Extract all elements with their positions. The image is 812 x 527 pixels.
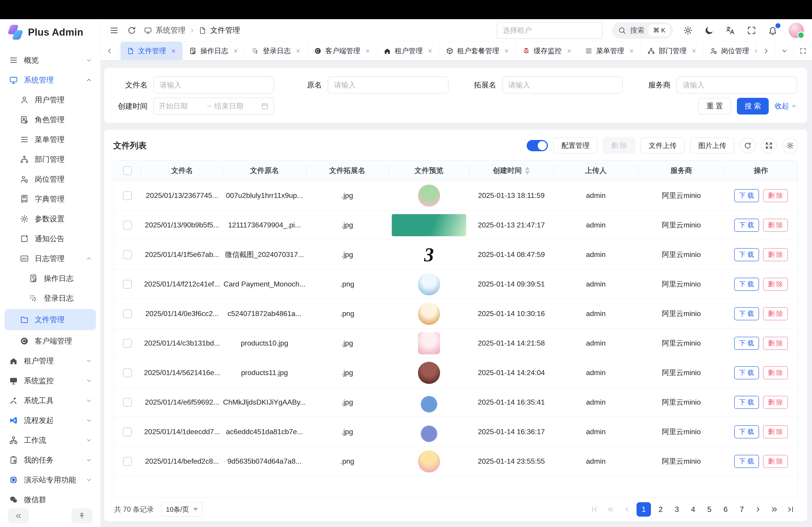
file-preview-thumbnail[interactable]	[418, 185, 440, 207]
search-button[interactable]: 搜 索	[737, 98, 769, 115]
page-button-1[interactable]: 1	[637, 502, 651, 517]
tab-1[interactable]: 操作日志	[183, 42, 245, 60]
breadcrumb-item[interactable]: 系统管理	[156, 25, 185, 35]
file-preview-thumbnail[interactable]	[415, 420, 443, 443]
sidebar-item-19[interactable]: 工作流	[0, 430, 100, 450]
tab-0[interactable]: 文件管理	[120, 42, 183, 60]
prev-page-button[interactable]	[620, 502, 633, 517]
sidebar-item-4[interactable]: 菜单管理	[0, 130, 100, 149]
row-checkbox[interactable]	[123, 368, 132, 377]
tab-8[interactable]: 部门管理	[641, 42, 704, 60]
page-button-5[interactable]: 5	[703, 502, 716, 517]
row-checkbox[interactable]	[123, 309, 132, 318]
download-button[interactable]: 下 载	[734, 425, 759, 438]
sidebar-item-6[interactable]: 岗位管理	[0, 169, 100, 189]
next-pages-button[interactable]	[768, 502, 781, 517]
row-checkbox[interactable]	[123, 398, 132, 407]
sidebar-item-0[interactable]: 概览	[0, 50, 100, 70]
sidebar-item-17[interactable]: 系统工具	[0, 391, 100, 410]
settings-button[interactable]	[683, 25, 693, 36]
file-preview-thumbnail[interactable]	[418, 362, 440, 384]
user-avatar[interactable]	[788, 23, 804, 38]
tenant-select-input[interactable]	[497, 22, 603, 39]
download-button[interactable]: 下 载	[734, 366, 759, 379]
column-settings-button[interactable]	[782, 138, 798, 153]
sidebar-item-2[interactable]: 用户管理	[0, 90, 100, 110]
sidebar-item-22[interactable]: 微信群	[0, 490, 100, 505]
collapse-filters-link[interactable]: 收起	[774, 101, 797, 111]
filter-input-2[interactable]	[502, 76, 623, 93]
tab-6[interactable]: 缓存监控	[516, 42, 579, 60]
next-page-button[interactable]	[752, 502, 765, 517]
row-checkbox[interactable]	[123, 339, 132, 348]
row-checkbox[interactable]	[123, 457, 132, 466]
sidebar-item-3[interactable]: 角色管理	[0, 110, 100, 130]
global-search-button[interactable]: 搜索 ⌘ K	[612, 22, 673, 39]
page-button-4[interactable]: 4	[686, 502, 700, 517]
config-manage-button[interactable]: 配置管理	[553, 137, 597, 154]
config-toggle-switch[interactable]	[527, 140, 548, 151]
download-button[interactable]: 下 载	[734, 189, 759, 202]
tab-2[interactable]: 登录日志	[245, 42, 308, 60]
tab-5[interactable]: 租户套餐管理	[440, 42, 516, 60]
date-range-input[interactable]: 开始日期 结束日期	[154, 97, 274, 115]
page-button-7[interactable]: 7	[735, 502, 749, 517]
filter-input-1[interactable]	[328, 76, 448, 93]
row-checkbox[interactable]	[123, 191, 132, 200]
tabs-scroll-right-button[interactable]	[756, 42, 775, 60]
sidebar-item-8[interactable]: 参数设置	[0, 209, 100, 229]
tab-3[interactable]: 客户端管理	[308, 42, 377, 60]
content-fullscreen-button[interactable]	[794, 42, 812, 60]
delete-button[interactable]: 删 除	[763, 337, 788, 350]
table-fullscreen-button[interactable]	[761, 138, 777, 153]
fullscreen-button[interactable]	[746, 25, 757, 36]
tabs-scroll-left-button[interactable]	[101, 42, 119, 60]
download-button[interactable]: 下 载	[734, 307, 759, 320]
file-upload-button[interactable]: 文件上传	[641, 137, 685, 154]
refresh-table-button[interactable]	[740, 138, 756, 153]
tabs-menu-button[interactable]	[775, 42, 794, 60]
language-button[interactable]	[725, 25, 736, 36]
sidebar-item-14[interactable]: 客户端管理	[0, 331, 100, 351]
sidebar-item-13[interactable]: 文件管理	[4, 309, 96, 330]
page-button-2[interactable]: 2	[654, 502, 667, 517]
filter-input-0[interactable]	[154, 76, 274, 93]
first-page-button[interactable]	[588, 502, 601, 517]
sidebar-item-18[interactable]: 流程发起	[0, 410, 100, 430]
tab-9[interactable]: 岗位管理	[704, 42, 756, 60]
delete-button[interactable]: 删 除	[763, 219, 788, 232]
page-size-select[interactable]: 10条/页	[161, 502, 203, 517]
sidebar-item-15[interactable]: 租户管理	[0, 351, 100, 371]
download-button[interactable]: 下 载	[734, 337, 759, 350]
delete-button[interactable]: 删 除	[763, 366, 788, 379]
filter-input-3[interactable]	[677, 76, 797, 93]
download-button[interactable]: 下 载	[734, 278, 759, 291]
file-preview-thumbnail[interactable]	[418, 303, 440, 325]
download-button[interactable]: 下 载	[734, 219, 759, 232]
reset-button[interactable]: 重 置	[698, 98, 731, 115]
file-preview-thumbnail[interactable]	[415, 391, 443, 414]
sidebar-item-21[interactable]: 演示站专用功能	[0, 470, 100, 490]
sidebar-item-10[interactable]: DEV日志管理	[0, 249, 100, 269]
download-button[interactable]: 下 载	[734, 455, 759, 468]
row-checkbox[interactable]	[123, 427, 132, 436]
refresh-page-button[interactable]	[126, 25, 137, 36]
file-preview-thumbnail[interactable]	[418, 450, 440, 472]
sidebar-item-7[interactable]: 字典管理	[0, 189, 100, 209]
download-button[interactable]: 下 载	[734, 248, 759, 261]
sidebar-item-11[interactable]: 操作日志	[0, 269, 100, 288]
delete-button[interactable]: 删 除	[763, 278, 788, 291]
image-upload-button[interactable]: 图片上传	[690, 137, 735, 154]
row-checkbox[interactable]	[123, 221, 132, 230]
sort-icon[interactable]	[525, 167, 530, 175]
tab-7[interactable]: 菜单管理	[579, 42, 641, 60]
delete-button[interactable]: 删 除	[763, 455, 788, 468]
sidebar-item-9[interactable]: 通知公告	[0, 229, 100, 249]
dark-mode-button[interactable]	[704, 25, 714, 36]
toggle-sidebar-button[interactable]	[109, 25, 119, 36]
prev-pages-button[interactable]	[604, 502, 617, 517]
sidebar-item-16[interactable]: 系统监控	[0, 371, 100, 391]
file-preview-thumbnail[interactable]	[418, 332, 440, 354]
sidebar-item-5[interactable]: 部门管理	[0, 149, 100, 169]
tab-4[interactable]: 租户管理	[377, 42, 440, 60]
